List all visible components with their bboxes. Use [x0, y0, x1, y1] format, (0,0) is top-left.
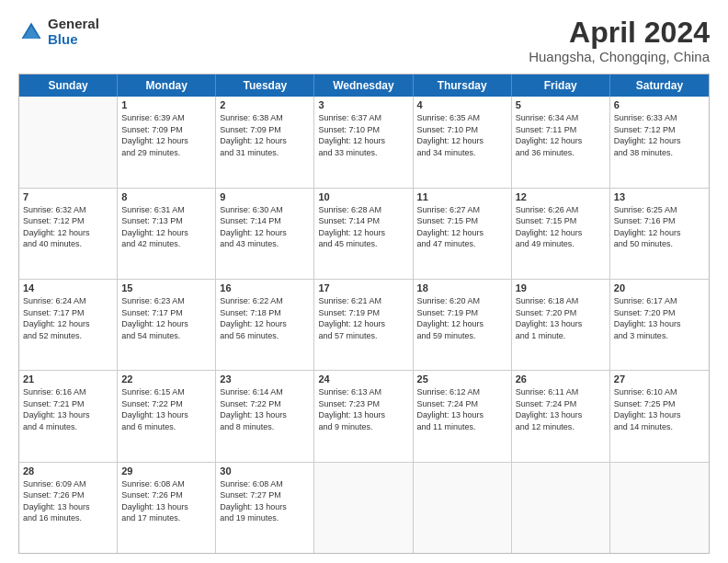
- cell-info-line: Daylight: 12 hours: [220, 135, 310, 147]
- cell-info-line: and 42 minutes.: [121, 238, 211, 250]
- day-number: 21: [23, 373, 113, 385]
- day-number: 2: [220, 99, 310, 110]
- cell-info-line: Daylight: 12 hours: [121, 227, 211, 239]
- cell-info-line: Sunset: 7:15 PM: [417, 215, 507, 227]
- calendar-cell: [610, 463, 709, 553]
- cell-info-line: Sunset: 7:24 PM: [516, 398, 606, 410]
- cell-info-line: Sunrise: 6:31 AM: [121, 204, 211, 216]
- cell-info-line: Daylight: 13 hours: [220, 501, 310, 513]
- cell-info-line: Sunset: 7:19 PM: [417, 307, 507, 319]
- subtitle: Huangsha, Chongqing, China: [529, 49, 710, 64]
- day-header: Monday: [118, 75, 216, 97]
- cell-info-line: Sunset: 7:19 PM: [318, 307, 408, 319]
- calendar-cell: 26Sunrise: 6:11 AMSunset: 7:24 PMDayligh…: [512, 371, 610, 461]
- logo-icon: [18, 19, 44, 45]
- cell-info-line: Daylight: 13 hours: [23, 409, 113, 421]
- cell-info-line: Daylight: 13 hours: [318, 409, 408, 421]
- calendar-cell: 6Sunrise: 6:33 AMSunset: 7:12 PMDaylight…: [610, 97, 709, 187]
- cell-info-line: Daylight: 13 hours: [121, 501, 211, 513]
- day-header: Saturday: [610, 75, 709, 97]
- cell-info-line: Sunset: 7:17 PM: [121, 307, 211, 319]
- calendar-cell: [19, 97, 118, 187]
- day-number: 1: [121, 99, 211, 110]
- cell-info-line: and 1 minute.: [516, 330, 606, 342]
- calendar-cell: 16Sunrise: 6:22 AMSunset: 7:18 PMDayligh…: [216, 280, 314, 370]
- day-number: 12: [516, 191, 606, 202]
- day-header: Friday: [512, 75, 610, 97]
- calendar-week: 21Sunrise: 6:16 AMSunset: 7:21 PMDayligh…: [19, 371, 709, 462]
- calendar-cell: 11Sunrise: 6:27 AMSunset: 7:15 PMDayligh…: [414, 189, 512, 279]
- logo-blue: Blue: [48, 32, 99, 48]
- cell-info-line: Sunrise: 6:18 AM: [516, 295, 606, 307]
- day-number: 26: [516, 373, 606, 385]
- cell-info-line: Sunset: 7:12 PM: [614, 124, 705, 136]
- logo-general: General: [48, 17, 99, 32]
- cell-info-line: Sunrise: 6:20 AM: [417, 295, 507, 307]
- day-number: 27: [614, 373, 705, 385]
- title-block: April 2024 Huangsha, Chongqing, China: [529, 17, 710, 64]
- cell-info-line: and 3 minutes.: [614, 330, 705, 342]
- cell-info-line: and 6 minutes.: [121, 421, 211, 433]
- calendar-cell: 13Sunrise: 6:25 AMSunset: 7:16 PMDayligh…: [610, 189, 709, 279]
- cell-info-line: Daylight: 12 hours: [121, 135, 211, 147]
- cell-info-line: Daylight: 13 hours: [417, 409, 507, 421]
- cell-info-line: Sunrise: 6:08 AM: [220, 478, 310, 490]
- cell-info-line: and 17 minutes.: [121, 512, 211, 524]
- day-header: Tuesday: [216, 75, 314, 97]
- cell-info-line: Sunset: 7:14 PM: [220, 215, 310, 227]
- day-number: 18: [417, 282, 507, 293]
- cell-info-line: Sunrise: 6:35 AM: [417, 112, 507, 124]
- cell-info-line: Daylight: 12 hours: [318, 318, 408, 330]
- calendar-cell: [414, 463, 512, 553]
- cell-info-line: Sunrise: 6:39 AM: [121, 112, 211, 124]
- cell-info-line: Sunset: 7:26 PM: [121, 489, 211, 501]
- cell-info-line: Sunrise: 6:22 AM: [220, 295, 310, 307]
- calendar-cell: 23Sunrise: 6:14 AMSunset: 7:22 PMDayligh…: [216, 371, 314, 461]
- cell-info-line: Sunset: 7:16 PM: [614, 215, 705, 227]
- calendar-cell: 29Sunrise: 6:08 AMSunset: 7:26 PMDayligh…: [118, 463, 216, 553]
- calendar-cell: [314, 463, 413, 553]
- cell-info-line: Sunset: 7:20 PM: [614, 307, 705, 319]
- cell-info-line: and 45 minutes.: [318, 238, 408, 250]
- calendar-cell: 30Sunrise: 6:08 AMSunset: 7:27 PMDayligh…: [216, 463, 314, 553]
- cell-info-line: and 50 minutes.: [614, 238, 705, 250]
- cell-info-line: Sunrise: 6:10 AM: [614, 386, 705, 398]
- cell-info-line: and 47 minutes.: [417, 238, 507, 250]
- cell-info-line: Sunset: 7:11 PM: [516, 124, 606, 136]
- cell-info-line: Sunset: 7:10 PM: [318, 124, 408, 136]
- cell-info-line: and 4 minutes.: [23, 421, 113, 433]
- cell-info-line: and 8 minutes.: [220, 421, 310, 433]
- cell-info-line: Sunrise: 6:17 AM: [614, 295, 705, 307]
- calendar-header: SundayMondayTuesdayWednesdayThursdayFrid…: [19, 75, 709, 97]
- cell-info-line: Sunset: 7:23 PM: [318, 398, 408, 410]
- cell-info-line: Daylight: 12 hours: [318, 227, 408, 239]
- calendar-cell: 5Sunrise: 6:34 AMSunset: 7:11 PMDaylight…: [512, 97, 610, 187]
- cell-info-line: Sunrise: 6:27 AM: [417, 204, 507, 216]
- cell-info-line: Sunset: 7:17 PM: [23, 307, 113, 319]
- cell-info-line: Daylight: 12 hours: [23, 318, 113, 330]
- calendar-cell: 4Sunrise: 6:35 AMSunset: 7:10 PMDaylight…: [414, 97, 512, 187]
- cell-info-line: Daylight: 12 hours: [516, 135, 606, 147]
- cell-info-line: Daylight: 12 hours: [318, 135, 408, 147]
- cell-info-line: Daylight: 12 hours: [417, 135, 507, 147]
- cell-info-line: Sunrise: 6:09 AM: [23, 478, 113, 490]
- cell-info-line: Daylight: 12 hours: [220, 318, 310, 330]
- day-number: 24: [318, 373, 408, 385]
- cell-info-line: Daylight: 13 hours: [121, 409, 211, 421]
- cell-info-line: Sunrise: 6:33 AM: [614, 112, 705, 124]
- cell-info-line: Sunset: 7:15 PM: [516, 215, 606, 227]
- calendar-cell: 8Sunrise: 6:31 AMSunset: 7:13 PMDaylight…: [118, 189, 216, 279]
- cell-info-line: and 40 minutes.: [23, 238, 113, 250]
- day-header: Wednesday: [314, 75, 413, 97]
- day-number: 5: [516, 99, 606, 110]
- cell-info-line: and 14 minutes.: [614, 421, 705, 433]
- cell-info-line: Daylight: 12 hours: [121, 318, 211, 330]
- day-number: 13: [614, 191, 705, 202]
- cell-info-line: Sunrise: 6:26 AM: [516, 204, 606, 216]
- calendar-cell: [512, 463, 610, 553]
- day-header: Thursday: [414, 75, 512, 97]
- day-number: 17: [318, 282, 408, 293]
- cell-info-line: and 11 minutes.: [417, 421, 507, 433]
- cell-info-line: Daylight: 12 hours: [614, 135, 705, 147]
- cell-info-line: and 54 minutes.: [121, 330, 211, 342]
